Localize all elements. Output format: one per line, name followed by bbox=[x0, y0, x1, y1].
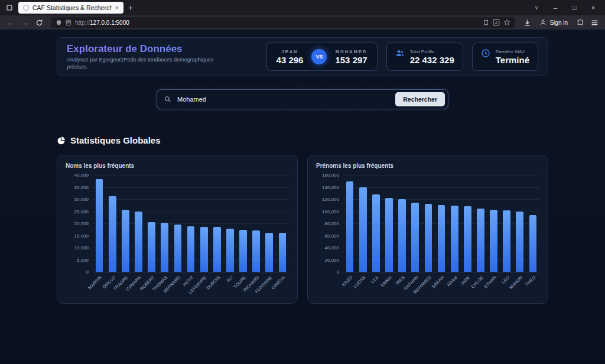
search-box: Rechercher bbox=[157, 89, 448, 109]
last-update-value: Terminé bbox=[496, 55, 529, 65]
bar-slot bbox=[526, 175, 539, 272]
bar-toure bbox=[239, 230, 247, 272]
x-tick-label: JADE bbox=[460, 275, 471, 287]
reload-button[interactable] bbox=[33, 17, 45, 28]
bar-slot bbox=[93, 175, 106, 272]
bar-chart-prenoms: 020,00040,00060,00080,000100,000120,0001… bbox=[316, 175, 539, 299]
chart-card-noms: Noms les plus fréquents 05,00010,00015,0… bbox=[57, 155, 298, 304]
bar-ines bbox=[398, 199, 406, 272]
search-button[interactable]: Rechercher bbox=[395, 92, 445, 106]
bar-lefebvre bbox=[200, 227, 208, 272]
bar-slot bbox=[461, 175, 474, 272]
search-icon bbox=[164, 96, 171, 103]
y-tick-label: 40,000 bbox=[325, 245, 339, 251]
window-minimize-button[interactable]: – bbox=[546, 0, 565, 15]
bar-martin bbox=[96, 179, 103, 272]
bar-nathan bbox=[411, 203, 419, 272]
y-tick-label: 35,000 bbox=[74, 184, 89, 190]
bar-slot bbox=[210, 175, 223, 272]
tab-close-icon[interactable]: × bbox=[115, 4, 119, 11]
tab-favicon-icon bbox=[23, 5, 29, 11]
download-icon bbox=[523, 19, 531, 27]
bar-adam bbox=[451, 206, 458, 272]
versus-left-value: 43 296 bbox=[277, 55, 304, 65]
extensions-puzzle-icon bbox=[577, 19, 584, 27]
star-bookmark-icon[interactable] bbox=[503, 19, 510, 26]
bar-slot bbox=[487, 175, 500, 272]
sign-in-label: Sign in bbox=[549, 20, 568, 26]
page-subtitle: Analysez par Egorgeur2Pedo des tendances… bbox=[67, 57, 219, 70]
bar-slot bbox=[158, 175, 171, 272]
bar-slot bbox=[422, 175, 435, 272]
total-profiles-card: Total Profils 22 432 329 bbox=[386, 43, 463, 71]
page-info-icon[interactable] bbox=[66, 20, 71, 26]
bar-emma bbox=[385, 198, 393, 272]
tab-overview-button[interactable] bbox=[2, 2, 17, 14]
translate-icon[interactable]: A bbox=[493, 19, 500, 26]
last-update-text: Dernière MAJ Terminé bbox=[496, 49, 529, 65]
extensions-button[interactable] bbox=[574, 17, 586, 28]
y-tick-label: 100,000 bbox=[322, 209, 339, 214]
bar-robert bbox=[148, 222, 155, 272]
search-input[interactable] bbox=[176, 95, 391, 103]
bar-lea bbox=[372, 194, 380, 272]
last-update-card: Dernière MAJ Terminé bbox=[472, 43, 538, 71]
svg-text:A: A bbox=[495, 21, 498, 25]
url-bar[interactable]: http://127.0.0.1:5000 A bbox=[51, 17, 515, 28]
window-controls: ∨ – □ × bbox=[527, 0, 603, 15]
bar-slot bbox=[106, 175, 119, 272]
bar-mohamed bbox=[425, 204, 432, 272]
tab-list-chevron-icon[interactable]: ∨ bbox=[527, 0, 546, 15]
bar-slot bbox=[513, 175, 526, 272]
stats-section-head: Statistiques Globales bbox=[57, 135, 548, 145]
bookmark-flag-icon[interactable] bbox=[483, 20, 489, 26]
tab-overview-icon bbox=[6, 5, 12, 11]
bar-slot bbox=[250, 175, 263, 272]
app-menu-button[interactable] bbox=[588, 17, 600, 28]
bar-sarah bbox=[438, 205, 445, 272]
x-tick-label: LEO bbox=[500, 275, 510, 285]
downloads-button[interactable] bbox=[521, 17, 533, 28]
search-row: Rechercher bbox=[57, 89, 548, 109]
header-card: Explorateur de Données Analysez par Egor… bbox=[57, 37, 548, 76]
menu-icon bbox=[591, 19, 599, 27]
browser-tab[interactable]: CAF Statistiques & Recherche × bbox=[18, 2, 123, 14]
bar-slot bbox=[184, 175, 197, 272]
bar-ethan bbox=[490, 210, 497, 272]
bar-slot bbox=[119, 175, 132, 272]
bar-slot bbox=[382, 175, 395, 272]
new-tab-button[interactable]: + bbox=[123, 3, 138, 12]
reload-icon bbox=[35, 19, 43, 27]
window-close-button[interactable]: × bbox=[584, 0, 603, 15]
total-profiles-text: Total Profils 22 432 329 bbox=[410, 49, 454, 65]
bar-fontaine bbox=[265, 233, 273, 272]
versus-right-value: 153 297 bbox=[335, 55, 367, 65]
bar-slot bbox=[197, 175, 210, 272]
bar-manon bbox=[516, 212, 523, 272]
navigation-bar: ← → http://127.0.0.1:5000 A bbox=[0, 15, 605, 30]
bar-slot bbox=[448, 175, 461, 272]
window-maximize-button[interactable]: □ bbox=[565, 0, 584, 15]
versus-left: JEAN 43 296 bbox=[277, 49, 304, 65]
bar-dubois bbox=[213, 227, 221, 272]
bar-thomas bbox=[161, 223, 168, 272]
back-button[interactable]: ← bbox=[5, 17, 17, 28]
x-tick-label: THEO bbox=[524, 275, 536, 287]
tab-strip: CAF Statistiques & Recherche × + ∨ – □ × bbox=[0, 0, 605, 15]
url-text: http://127.0.0.1:5000 bbox=[75, 20, 129, 26]
forward-button[interactable]: → bbox=[19, 17, 31, 28]
bar-slot bbox=[409, 175, 422, 272]
bar-theo bbox=[529, 215, 537, 272]
users-icon bbox=[395, 48, 405, 58]
y-tick-label: 140,000 bbox=[322, 184, 339, 190]
bar-slot bbox=[171, 175, 184, 272]
url-host: 127.0.0.1 bbox=[90, 20, 115, 26]
charts-row: Noms les plus fréquents 05,00010,00015,0… bbox=[57, 155, 548, 304]
sign-in-button[interactable]: Sign in bbox=[535, 17, 572, 28]
bar-leo bbox=[503, 210, 510, 272]
bar-enzo bbox=[346, 181, 354, 272]
bar-diallo bbox=[109, 196, 116, 272]
y-tick-label: 60,000 bbox=[325, 233, 339, 238]
bar-chloe bbox=[477, 209, 484, 272]
account-icon bbox=[539, 19, 547, 26]
